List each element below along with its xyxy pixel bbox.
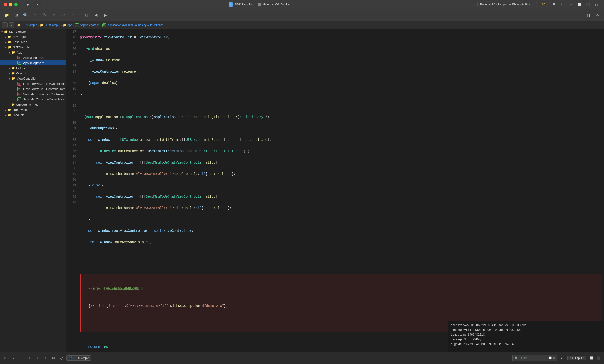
sidebar-item-helper[interactable]: 📁 Helper (0, 65, 66, 71)
scheme-selector[interactable]: 📱 SDKSample (66, 355, 91, 361)
inspector-left-btn[interactable]: ◨ (585, 11, 593, 19)
step-out-btn[interactable]: ↑ (42, 355, 49, 361)
resources-folder-icon: 📁 (7, 40, 11, 44)
line-29: self.viewController = [[[SendMsgToWeChat… (80, 194, 602, 200)
sidebar-item-resp-h[interactable]: h RespForWeCh...iewController.h (0, 81, 66, 86)
sidebar-item-root[interactable]: 📁 SDKSample (0, 29, 66, 34)
layout-btn-3[interactable]: ↩ (567, 1, 575, 8)
breadcrumb-forward[interactable]: › (9, 22, 14, 28)
sdksample-folder-label: SDKSample (13, 46, 30, 49)
running-status: Running SDKSample on iPhone 6s Plus (478, 2, 533, 7)
warning-count: 10 (542, 3, 545, 6)
layout-btn-2[interactable]: ↻ (558, 1, 566, 8)
bc-sep-3: › (73, 24, 74, 27)
m-icon: m (17, 61, 21, 65)
sidebar-item-supporting-files[interactable]: 📁 Supporting Files (0, 102, 66, 107)
send-h-label: SendMsgToWe...ewController.h (23, 92, 66, 96)
output-selector[interactable]: All Output ↕ (567, 356, 586, 360)
sidebar-item-control[interactable]: 📁 Control (0, 71, 66, 76)
forward-btn[interactable]: ↪ (69, 11, 77, 19)
breadcrumb-appdelegate-m[interactable]: m AppDelegate.m (75, 24, 100, 27)
sidebar-item-appdelegate-h[interactable]: h AppDelegate.h (0, 55, 66, 60)
sidebar-item-send-h[interactable]: h SendMsgToWe...ewController.h (0, 91, 66, 97)
resp-h-spacer (12, 82, 16, 86)
sidebar-item-resources[interactable]: 📁 Resources (0, 39, 66, 45)
maximize-button[interactable] (14, 3, 18, 6)
new-file-btn[interactable]: 📁 (3, 11, 11, 19)
warning-btn[interactable]: ⚠ (31, 11, 39, 19)
sidebar-item-frameworks[interactable]: 📁 Frameworks (0, 107, 66, 112)
send-h-icon: h (17, 92, 21, 96)
expand-icon-sf (9, 103, 11, 106)
pause-btn[interactable]: ⏸ (18, 355, 25, 361)
inspector-right-btn[interactable]: ⚠ (593, 11, 601, 19)
send-m-icon: m (17, 97, 21, 101)
breadcrumb-sdksample2[interactable]: 📁 SDKSample (40, 24, 60, 27)
minimize-button[interactable] (9, 3, 12, 6)
line-33 (80, 251, 602, 256)
split-view-btn2[interactable]: ⬛ (595, 355, 602, 361)
grid-btn[interactable]: ⊞ (83, 11, 90, 19)
layout-btn-4[interactable]: ⬜ (576, 1, 583, 8)
filter-input[interactable] (519, 355, 548, 361)
console-btn[interactable]: ⊞ (2, 355, 9, 361)
products-label: Products (12, 113, 25, 117)
sidebar-item-sdkexport[interactable]: 📁 SDKExport (0, 34, 66, 39)
line-29b: initWithNibName:@"ViewController_iPad" b… (80, 205, 602, 211)
code-text: @synthesize viewController = _viewContro… (78, 29, 604, 352)
filter-container[interactable]: 🔍 🕐 ⊙ (513, 355, 557, 361)
debug-line-4: package=Sign=WXPay (451, 337, 601, 342)
location-btn[interactable]: ◎ (58, 355, 65, 361)
warning-badge: ⚠ 10 (536, 2, 547, 7)
trash-btn[interactable]: 🗑 (559, 355, 566, 361)
sidebar-item-send-m[interactable]: m SendMsgToWe...wController.m (0, 97, 66, 102)
breakpoint-btn[interactable]: ● (10, 355, 17, 361)
back-btn[interactable]: ↩ (60, 11, 67, 19)
sidebar-item-viewcontroller[interactable]: 📁 ViewController (0, 76, 66, 81)
layout-btn-5[interactable]: ⬛ (584, 1, 592, 8)
search-btn[interactable]: 🔍 (22, 11, 29, 19)
main-toolbar: 📁 ⊞ 🔍 ⚠ 🔨 ≡ ↩ ↪ ⊞ ◀ ▶ ◨ ⚠ (0, 9, 604, 21)
stop-button[interactable]: ■ (34, 1, 41, 8)
expand-icon-helper (9, 66, 11, 70)
sidebar-item-app[interactable]: 📁 App (0, 50, 66, 55)
expand-icon-prod (5, 113, 7, 117)
code-content[interactable]: 17 18 19 20 21 22 23 24 25 26 27 28 29 (66, 29, 604, 352)
split-view-btn1[interactable]: ⬜ (588, 355, 595, 361)
expand-icon-fw (5, 108, 7, 112)
layout-btn-6[interactable]: ⬚ (593, 1, 600, 8)
breadcrumb-app[interactable]: 📁 App (63, 24, 72, 27)
debug-output-text: prepayid=wx20160602216534d19aac6ce050083… (448, 321, 604, 349)
sidebar-item-products[interactable]: 📁 Products (0, 112, 66, 118)
line-numbers: 17 18 19 20 21 22 23 24 25 26 27 28 29 (66, 29, 78, 352)
sidebar-item-appdelegate-m[interactable]: m AppDelegate.m (0, 60, 66, 65)
prev-btn[interactable]: ◀ (92, 11, 100, 19)
method-icon: M (102, 24, 106, 27)
sidebar-item-sdksample-folder[interactable]: 📁 SDKSample (0, 45, 66, 50)
organize-btn[interactable]: ⊞ (12, 11, 20, 19)
run-button[interactable]: ▶ (24, 1, 32, 8)
titlebar-center: X SDKSample › Generic iOS Device (41, 2, 478, 7)
breadcrumb-back[interactable]: ‹ (2, 22, 8, 28)
folder-icon: 📁 (4, 30, 8, 33)
scheme-icon: 📱 (68, 356, 73, 360)
build-btn[interactable]: 🔨 (41, 11, 48, 19)
close-button[interactable] (4, 3, 7, 6)
layout-btn-1[interactable]: ☰ (550, 1, 557, 8)
bottom-right-controls: 🔍 🕐 ⊙ 🗑 All Output ↕ ⬜ ⬛ (513, 355, 602, 361)
breadcrumb-sdksample[interactable]: 📁 SDKSample (17, 24, 37, 27)
expand-icon-app (9, 51, 12, 54)
bc-sep-1: › (38, 24, 39, 27)
step-over-btn[interactable]: ⤵ (26, 355, 33, 361)
debug-btn[interactable]: ≡ (50, 11, 58, 19)
breadcrumb-method[interactable]: M -application:didFinishLaunchingWithOpt… (102, 24, 163, 27)
line-20: [_viewController release]; (80, 69, 602, 75)
sidebar-item-resp-mm[interactable]: m RespForWeCh...Controller.mm (0, 86, 66, 91)
view-btn[interactable]: ⊡ (50, 355, 57, 361)
next-btn[interactable]: ▶ (102, 11, 109, 19)
step-in-btn[interactable]: ↓ (34, 355, 41, 361)
helper-label: Helper (16, 66, 25, 70)
sf-folder-icon: 📁 (11, 103, 15, 106)
resp-mm-label: RespForWeCh...Controller.mm (23, 87, 65, 91)
app-icon: X (228, 2, 233, 7)
